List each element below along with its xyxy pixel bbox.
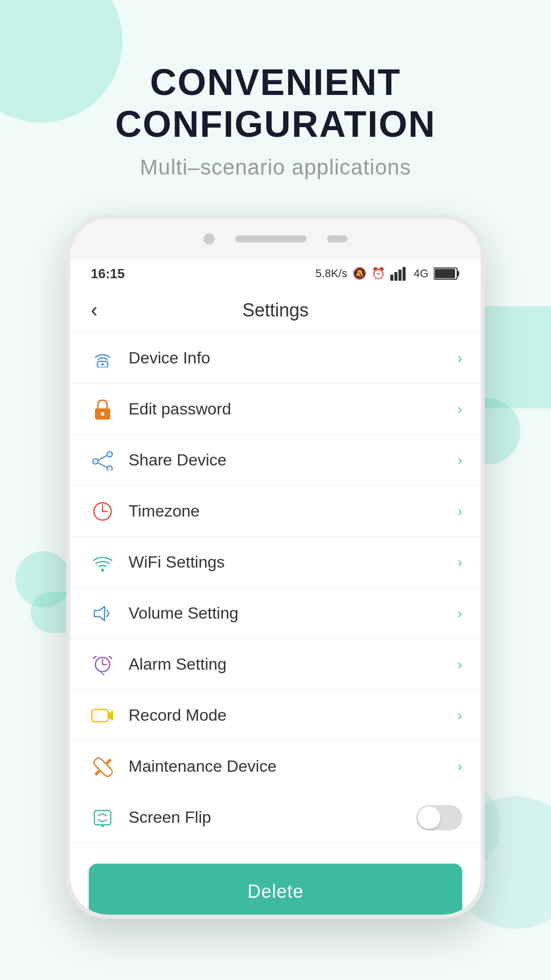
- svg-rect-29: [94, 811, 111, 825]
- phone-notch: [70, 218, 481, 259]
- settings-item-edit-password[interactable]: Edit password ›: [70, 384, 481, 435]
- volume-label: Volume Setting: [129, 604, 458, 623]
- phone-screen: 16:15 5.8K/s 🔕 ⏰ 4G: [70, 218, 481, 915]
- timezone-icon: [89, 498, 116, 525]
- svg-rect-27: [92, 709, 108, 722]
- screen-flip-label: Screen Flip: [129, 808, 416, 827]
- screen-flip-toggle[interactable]: [416, 805, 462, 830]
- back-button[interactable]: ‹: [86, 293, 103, 327]
- status-bar: 16:15 5.8K/s 🔕 ⏰ 4G: [70, 259, 481, 288]
- record-mode-icon: [89, 702, 116, 729]
- delete-section: Delete: [70, 843, 481, 915]
- app-title: Settings: [242, 300, 309, 321]
- svg-line-15: [98, 463, 107, 468]
- svg-point-11: [107, 452, 112, 457]
- settings-item-device-info[interactable]: Device Info ›: [70, 333, 481, 384]
- svg-line-14: [98, 455, 107, 460]
- settings-list: Device Info › Edit password ›: [70, 333, 481, 843]
- wifi-arrow: ›: [458, 554, 462, 571]
- signal-icon: [390, 266, 409, 281]
- volume-icon: [89, 600, 116, 627]
- delete-button[interactable]: Delete: [89, 864, 462, 915]
- settings-item-maintenance[interactable]: Maintenance Device ›: [70, 741, 481, 792]
- timezone-arrow: ›: [458, 503, 462, 520]
- mute-icon: 🔕: [353, 267, 366, 280]
- wifi-label: WiFi Settings: [129, 553, 458, 572]
- record-mode-label: Record Mode: [129, 706, 458, 725]
- edit-password-icon: [89, 396, 116, 423]
- alarm-icon: ⏰: [371, 267, 385, 280]
- wifi-icon: [89, 549, 116, 576]
- share-device-label: Share Device: [129, 451, 458, 470]
- phone-speaker: [235, 235, 307, 242]
- svg-point-30: [102, 824, 104, 827]
- svg-point-12: [93, 459, 98, 464]
- device-info-arrow: ›: [458, 350, 462, 366]
- svg-marker-20: [94, 606, 105, 621]
- maintenance-label: Maintenance Device: [129, 757, 458, 776]
- device-info-icon: [89, 345, 116, 372]
- svg-point-8: [102, 363, 104, 365]
- edit-password-arrow: ›: [458, 401, 462, 418]
- phone-sensor: [327, 235, 347, 242]
- device-info-label: Device Info: [129, 349, 458, 368]
- settings-item-record-mode[interactable]: Record Mode ›: [70, 690, 481, 741]
- record-mode-arrow: ›: [458, 707, 462, 724]
- svg-line-26: [101, 673, 104, 675]
- maintenance-arrow: ›: [458, 758, 462, 775]
- volume-arrow: ›: [458, 605, 462, 622]
- svg-rect-1: [394, 272, 397, 281]
- settings-item-screen-flip[interactable]: Screen Flip: [70, 792, 481, 843]
- settings-item-timezone[interactable]: Timezone ›: [70, 486, 481, 537]
- screen-flip-icon: [89, 804, 116, 831]
- svg-rect-3: [403, 267, 406, 281]
- settings-item-volume[interactable]: Volume Setting ›: [70, 588, 481, 639]
- status-time: 16:15: [91, 266, 125, 282]
- status-icons: 5.8K/s 🔕 ⏰ 4G: [315, 266, 460, 281]
- svg-point-10: [101, 412, 105, 415]
- maintenance-icon: [89, 753, 116, 780]
- settings-item-share-device[interactable]: Share Device ›: [70, 435, 481, 486]
- share-device-icon: [89, 447, 116, 474]
- alarm-setting-icon: [89, 651, 116, 678]
- phone-camera: [204, 233, 215, 244]
- edit-password-label: Edit password: [129, 400, 458, 419]
- svg-rect-5: [457, 271, 459, 276]
- header-section: CONVENIENT CONFIGURATION Multi–scenario …: [0, 61, 551, 180]
- svg-rect-2: [398, 270, 402, 281]
- svg-line-25: [109, 656, 112, 658]
- app-header: ‹ Settings: [70, 288, 481, 333]
- alarm-setting-arrow: ›: [458, 656, 462, 673]
- page-main-title: CONVENIENT CONFIGURATION: [0, 61, 551, 145]
- settings-item-wifi[interactable]: WiFi Settings ›: [70, 537, 481, 588]
- alarm-setting-label: Alarm Setting: [129, 655, 458, 674]
- svg-line-24: [93, 656, 96, 658]
- network-speed: 5.8K/s: [315, 267, 347, 280]
- svg-marker-28: [108, 710, 113, 721]
- page-subtitle: Multi–scenario applications: [0, 155, 551, 180]
- settings-item-alarm[interactable]: Alarm Setting ›: [70, 639, 481, 690]
- svg-point-13: [107, 466, 112, 471]
- phone-mockup: 16:15 5.8K/s 🔕 ⏰ 4G: [66, 214, 485, 919]
- battery-icon: [434, 267, 460, 280]
- svg-rect-6: [435, 269, 455, 278]
- svg-point-19: [101, 569, 104, 572]
- timezone-label: Timezone: [129, 502, 458, 521]
- share-device-arrow: ›: [458, 452, 462, 469]
- svg-rect-0: [390, 275, 393, 281]
- network-type: 4G: [414, 267, 429, 280]
